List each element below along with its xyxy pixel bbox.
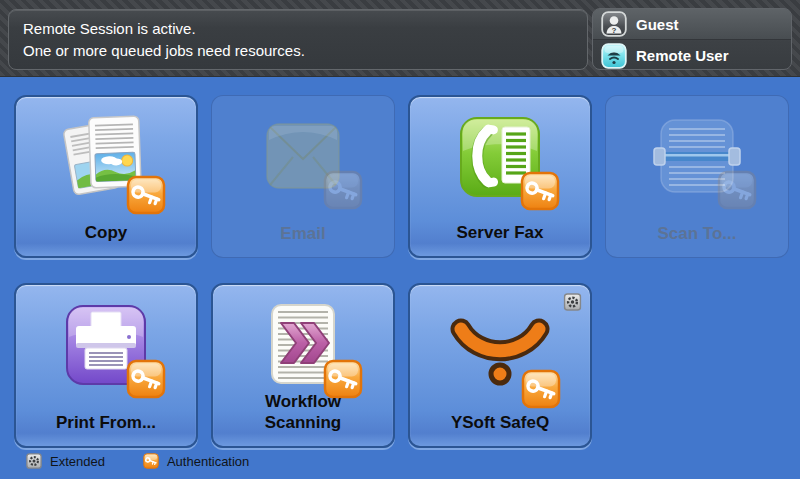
tile-label: Email (212, 223, 394, 244)
authentication-key-icon (323, 170, 363, 210)
legend-extended-label: Extended (50, 454, 105, 469)
tile-copy[interactable]: Copy (14, 95, 198, 258)
key-icon (143, 453, 159, 469)
remote-user-icon (601, 43, 627, 69)
guest-icon: ? (601, 11, 627, 37)
authentication-key-icon (126, 359, 166, 399)
session-user-panel: ? Guest Remote User (592, 8, 792, 70)
header: Remote Session is active. One or more qu… (0, 0, 800, 77)
copy-icon (60, 111, 152, 207)
tile-server-fax[interactable]: Server Fax (408, 95, 592, 258)
session-user-guest[interactable]: ? Guest (593, 9, 791, 40)
ysoft-safeq-icon (445, 311, 555, 391)
status-message-line1: Remote Session is active. (23, 19, 587, 39)
server-fax-icon (454, 111, 546, 203)
authentication-key-icon (126, 175, 166, 215)
authentication-key-icon (717, 170, 757, 210)
tile-label: Server Fax (410, 222, 590, 243)
tile-workflow-scanning[interactable]: Workflow Scanning (211, 283, 395, 448)
tile-print-from[interactable]: Print From... (14, 283, 198, 448)
scan-to-icon (651, 110, 743, 202)
tile-ysoft-safeq[interactable]: YSoft SafeQ (408, 283, 592, 448)
status-message-line2: One or more queued jobs need resources. (23, 41, 587, 61)
svg-text:?: ? (612, 26, 617, 35)
tile-label: Copy (16, 222, 196, 243)
print-from-icon (60, 299, 152, 391)
session-user-label: Remote User (636, 47, 729, 64)
tile-label: YSoft SafeQ (410, 412, 590, 433)
session-user-remote[interactable]: Remote User (593, 40, 791, 70)
status-message-box: Remote Session is active. One or more qu… (8, 9, 588, 70)
tile-label: Print From... (16, 412, 196, 433)
tile-scan-to: Scan To... (605, 95, 789, 258)
tile-label: Workflow Scanning (213, 391, 393, 433)
authentication-key-icon (521, 369, 561, 409)
workflow-scanning-icon (257, 299, 349, 391)
extended-gear-icon (563, 293, 582, 311)
legend-authentication-label: Authentication (167, 454, 249, 469)
gear-icon (26, 453, 42, 469)
email-icon (257, 110, 349, 202)
printer-home-screen: Remote Session is active. One or more qu… (0, 0, 800, 479)
tile-email: Email (211, 95, 395, 258)
tile-label: Scan To... (606, 223, 788, 244)
authentication-key-icon (520, 171, 560, 211)
legend: Extended Authentication (26, 453, 249, 469)
session-user-label: Guest (636, 16, 679, 33)
